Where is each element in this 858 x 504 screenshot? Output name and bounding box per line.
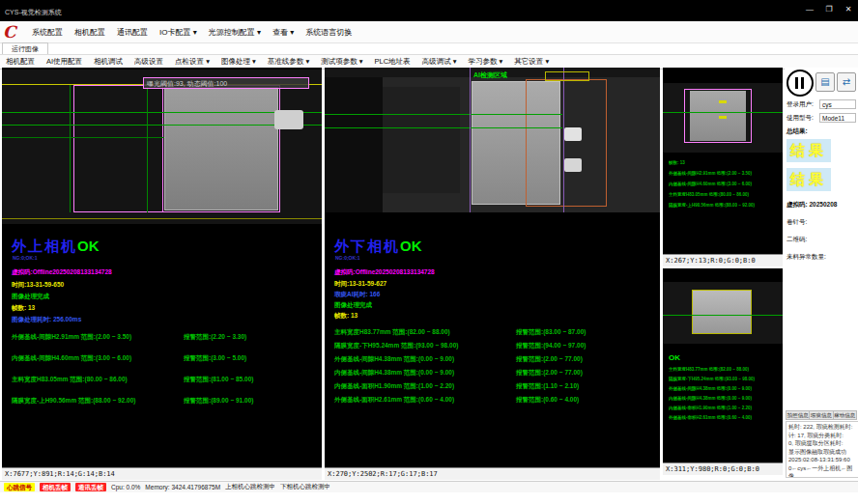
overlay-green-line	[663, 112, 783, 113]
pixel-coordinates: X:311;Y:980;R:0;G:0;B:0	[663, 462, 783, 475]
tool-spot-check[interactable]: 点检设置 ▾	[169, 57, 215, 67]
app-window: CYS-视觉检测系统 — ❐ ✕ C 系统配置 相机配置 通讯配置 IO卡配置 …	[0, 0, 858, 504]
thumb-measure-row: 外侧基线-间隙H2.91mm 范围:(2.00 ~ 3.50)	[669, 171, 781, 176]
pixel-coordinates: X:267;Y:13;R:0;G:0;B:0	[663, 254, 783, 266]
model-label: 使用型号:	[786, 114, 814, 123]
login-user-field[interactable]: cys	[819, 99, 856, 109]
measure-alarm: 报警范围:(83.00 ~ 87.00)	[516, 328, 586, 337]
measure-row: 外侧基线-间隙H4.38mm 范围:(0.00 ~ 9.00) 报警范围:(2.…	[334, 355, 644, 364]
overlay-yellow-line-bottom	[2, 218, 322, 219]
process-done-line: 图像处理完成	[12, 293, 49, 301]
pixel-coordinates: X:270;Y:2502;R:17;G:17;B:17	[325, 467, 660, 480]
tab-defect-info[interactable]: 瑕疵信息	[809, 410, 832, 420]
threshold-label: 曝光阈值:93, 动态阈值:100	[143, 77, 309, 89]
camera-status: OK	[77, 238, 100, 254]
menu-io-config[interactable]: IO卡配置 ▾	[154, 27, 203, 38]
menu-view[interactable]: 查看 ▾	[267, 27, 300, 38]
lower-camera-image[interactable]: AI检测区域	[325, 68, 660, 212]
tool-ai-config[interactable]: AI使用配置	[41, 57, 88, 67]
tab-uptime-info[interactable]: 稼动信息	[833, 410, 857, 420]
menu-camera-config[interactable]: 相机配置	[69, 27, 111, 38]
measure-main: 外侧基线-面积H2.61mm 范围:(0.60 ~ 4.00)	[334, 396, 454, 403]
menu-light-config[interactable]: 光源控制配置 ▾	[203, 27, 267, 38]
camera-dropframe-badge: 相机丢帧	[40, 483, 71, 491]
login-user-label: 登录用户:	[786, 100, 814, 109]
lower-camera-heartbeat: 下相机心跳检测中	[280, 483, 330, 491]
tool-advanced-settings[interactable]: 高级设置	[129, 57, 169, 67]
camera-name-text: 外下相机	[334, 238, 400, 254]
qr-code-label: 二维码:	[786, 236, 807, 244]
ai-region-label: AI检测区域	[473, 70, 507, 80]
barcode-label: 虚拟码: 20250208	[786, 201, 837, 210]
window-controls: — ❐ ✕	[803, 4, 855, 15]
info-tabs: 拍照信息 瑕疵信息 稼动信息	[786, 410, 857, 420]
pause-icon	[795, 77, 804, 89]
tool-plc-address[interactable]: PLC地址表	[369, 57, 416, 67]
process-time-line: 图像处理耗时: 256.00ms	[12, 316, 81, 324]
measure-alarm: 报警范围:(0.60 ~ 4.00)	[516, 396, 579, 405]
barcode-line: 虚拟码:Offline20250208133134728	[12, 268, 112, 277]
info-log-text: 耗时: 222, 瑕疵检测耗时: 计: 17, 瑕疵分类耗时: 0, 瑕疵提取分…	[786, 421, 858, 478]
thumb-measure-row: 外侧基线-面积H2.61mm 范围:(0.60 ~ 4.00)	[669, 415, 781, 420]
thumb-measure-row: 外侧基线-间隙H4.38mm 范围:(0.00 ~ 9.00)	[669, 386, 781, 391]
camera-subcaption: NG:0;OK:1	[335, 255, 360, 261]
time-line: 时间:13-31-59-650	[12, 281, 64, 290]
io-toggle-icon[interactable]: ⇄	[837, 72, 856, 92]
measure-row: 隔膜宽度-上H90.56mm 范围:(88.00 ~ 92.00) 报警范围:(…	[12, 397, 321, 406]
maximize-icon[interactable]: ❐	[822, 4, 836, 15]
minimize-icon[interactable]: —	[803, 4, 816, 15]
measure-main: 主料宽度H83.77mm 范围:(82.00 ~ 88.00)	[334, 328, 450, 335]
barcode-value: 20250208	[809, 201, 837, 208]
abnormal-count-label: 来料异常数量:	[786, 253, 826, 262]
thumbnail-image-lower[interactable]	[663, 282, 783, 344]
title-bar: CYS-视觉检测系统 — ❐ ✕	[0, 0, 858, 21]
upper-camera-image[interactable]: 曝光阈值:93, 动态阈值:100	[2, 70, 322, 224]
thumb-measure-row: 内侧基线-间隙H4.38mm 范围:(0.00 ~ 9.00)	[669, 396, 781, 401]
camera-subcaption: NG:0;OK:1	[13, 255, 38, 261]
overlay-green-vline-1	[70, 85, 71, 212]
pause-button[interactable]	[786, 70, 814, 97]
tool-camera-config[interactable]: 相机配置	[0, 57, 41, 67]
tool-test-params[interactable]: 测试项参数 ▾	[315, 57, 368, 67]
tab-photo-info[interactable]: 拍照信息	[786, 410, 809, 420]
model-field[interactable]: Mode11	[819, 113, 856, 123]
thumbnail-image-upper[interactable]	[663, 83, 783, 153]
total-result-label: 总结果:	[786, 127, 808, 136]
overlay-dark-column	[325, 68, 383, 212]
tool-baseline-params[interactable]: 基准线参数 ▾	[262, 57, 315, 67]
tool-image-processing[interactable]: 图像处理 ▾	[215, 57, 262, 67]
menu-language-switch[interactable]: 系统语言切换	[300, 27, 358, 38]
app-logo-icon: C	[3, 22, 22, 42]
memory-usage: Memory: 3424.41796875M	[145, 484, 220, 490]
window-title: CYS-视觉检测系统	[5, 8, 62, 17]
thumb-status: OK	[669, 353, 781, 362]
camera-name: 外上相机OK	[12, 238, 100, 256]
measure-main: 内侧基线-间隙H4.38mm 范围:(0.00 ~ 9.00)	[334, 369, 454, 376]
thumb-measure-row: 内侧基线-间隙H4.60mm 范围:(3.00 ~ 6.00)	[669, 182, 781, 186]
measure-main: 主料宽度H83.05mm 范围:(80.00 ~ 86.00)	[12, 376, 128, 382]
thumb-measure-row: 主料宽度H83.77mm 范围:(82.00 ~ 88.00)	[669, 367, 781, 372]
measure-row: 隔膜宽度-下H95.24mm 范围:(93.00 ~ 98.00) 报警范围:(…	[334, 342, 644, 350]
thumb-frame-count: 帧数: 13	[669, 160, 781, 165]
camera-view-icon[interactable]: ▤	[815, 72, 835, 92]
measure-row: 外侧基线-面积H2.61mm 范围:(0.60 ~ 4.00) 报警范围:(0.…	[334, 396, 644, 405]
measure-alarm: 报警范围:(81.00 ~ 85.00)	[184, 376, 253, 384]
time-line: 时间:13-31-59-627	[334, 280, 386, 289]
frame-count-line: 帧数: 13	[12, 304, 35, 313]
result-box-lower: 结果	[786, 168, 831, 191]
tool-other-settings[interactable]: 其它设置 ▾	[508, 57, 555, 67]
overlay-yellow-roi	[692, 290, 752, 334]
measure-main: 外侧基线-间隙H4.38mm 范围:(0.00 ~ 9.00)	[334, 355, 454, 362]
tool-camera-debug[interactable]: 相机调试	[88, 57, 129, 67]
tool-advanced-debug[interactable]: 高级调试 ▾	[416, 57, 463, 67]
menu-system-config[interactable]: 系统配置	[26, 27, 69, 38]
close-icon[interactable]: ✕	[842, 4, 855, 15]
tool-learning-params[interactable]: 学习参数 ▾	[462, 57, 508, 67]
overlay-green-line-3	[2, 137, 164, 138]
menu-comm-config[interactable]: 通讯配置	[111, 27, 154, 38]
menu-items: 系统配置 相机配置 通讯配置 IO卡配置 ▾ 光源控制配置 ▾ 查看 ▾ 系统语…	[26, 21, 358, 42]
result-box-upper: 结果	[786, 139, 831, 162]
barcode-line: 虚拟码:Offline20250208133134728	[334, 268, 435, 277]
upper-camera-heartbeat: 上相机心跳检测中	[225, 483, 275, 491]
sidebar: ▤ ⇄ 登录用户: cys 使用型号: Mode11 总结果: 结果 结果 虚拟…	[785, 68, 858, 481]
